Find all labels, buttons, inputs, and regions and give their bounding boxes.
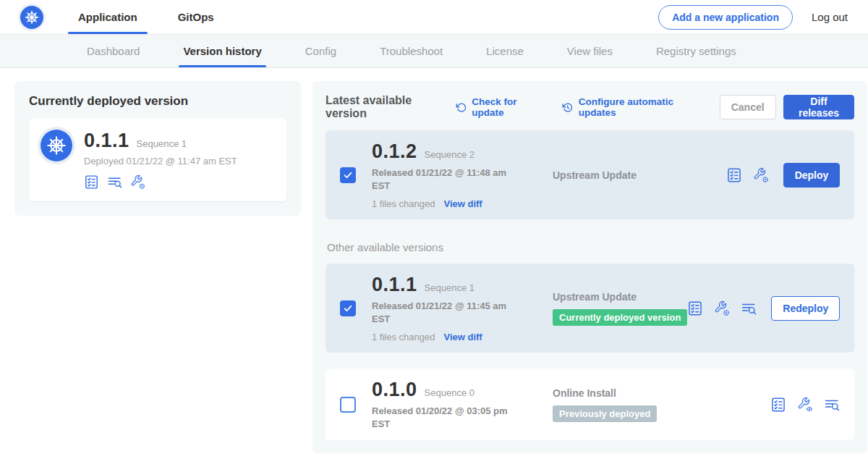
released-timestamp: Released 01/21/22 @ 11:48 am EST: [372, 167, 513, 192]
subnav-tab-view-files[interactable]: View files: [567, 35, 613, 67]
sequence-label: Sequence 0: [425, 387, 475, 398]
wrench-eye-icon[interactable]: [797, 397, 813, 413]
subnav-tab-config[interactable]: Config: [305, 35, 336, 67]
wrench-gear-icon[interactable]: [130, 174, 145, 190]
version-actions: Redeploy: [687, 296, 840, 321]
currently-deployed-panel: Currently deployed version 0.1.1 Sequenc…: [14, 81, 301, 216]
file-search-icon[interactable]: [741, 300, 757, 316]
files-changed-label: 1 files changed: [372, 198, 435, 209]
checklist-icon[interactable]: [770, 397, 786, 413]
version-card-0-1-2: 0.1.2 Sequence 2 Released 01/21/22 @ 11:…: [326, 130, 854, 219]
file-search-icon[interactable]: [824, 397, 840, 413]
check-for-update-link[interactable]: Check for update: [456, 96, 545, 118]
deployed-version-details: 0.1.1 Sequence 1 Deployed 01/21/22 @ 11:…: [84, 130, 237, 190]
nav-tab-application[interactable]: Application: [74, 0, 142, 34]
sequence-label: Sequence 2: [425, 149, 475, 160]
nav-tab-gitops[interactable]: GitOps: [174, 0, 218, 34]
check-icon: [343, 303, 353, 313]
view-diff-link[interactable]: View diff: [443, 332, 482, 342]
kubernetes-logo-icon: [20, 6, 43, 29]
source-label: Upstream Update: [553, 291, 637, 303]
redeploy-button[interactable]: Redeploy: [771, 296, 840, 321]
deployed-version-number: 0.1.1: [84, 130, 129, 152]
version-actions: [770, 397, 840, 413]
main-content: Currently deployed version 0.1.1 Sequenc…: [0, 68, 868, 453]
subnav-tab-registry-settings[interactable]: Registry settings: [656, 35, 736, 67]
subnav-tab-version-history[interactable]: Version history: [183, 35, 261, 67]
version-number: 0.1.2: [372, 140, 417, 163]
source-label: Online Install: [553, 387, 616, 399]
latest-available-panel: Latest available version Check for updat…: [312, 81, 867, 453]
refresh-icon: [456, 101, 467, 114]
diff-releases-button[interactable]: Diff releases: [783, 95, 855, 119]
version-checkbox[interactable]: [340, 397, 356, 413]
other-versions-title: Other available versions: [327, 241, 854, 253]
version-number: 0.1.0: [372, 379, 417, 401]
released-timestamp: Released 01/21/22 @ 11:45 am EST: [372, 300, 513, 325]
version-card-0-1-0: 0.1.0 Sequence 0 Released 01/20/22 @ 03:…: [326, 369, 854, 440]
version-card-0-1-1: 0.1.1 Sequence 1 Released 01/21/22 @ 11:…: [326, 264, 854, 353]
brand: [20, 0, 43, 34]
version-info: 0.1.2 Sequence 2 Released 01/21/22 @ 11:…: [372, 140, 516, 209]
deploy-button[interactable]: Deploy: [783, 163, 841, 188]
version-checkbox[interactable]: [340, 167, 356, 183]
subnav-tab-license[interactable]: License: [486, 35, 524, 67]
subnav-tab-troubleshoot[interactable]: Troubleshoot: [380, 35, 443, 67]
configure-updates-link[interactable]: Configure automatic updates: [562, 96, 702, 118]
released-timestamp: Released 01/20/22 @ 03:05 pm EST: [372, 405, 513, 430]
top-nav-right: Add a new application Log out: [658, 0, 848, 34]
checklist-icon[interactable]: [687, 300, 703, 316]
check-icon: [343, 170, 353, 180]
wrench-gear-icon[interactable]: [753, 167, 769, 183]
wrench-gear-icon[interactable]: [714, 300, 730, 316]
view-diff-link[interactable]: View diff: [443, 198, 482, 209]
clock-refresh-icon: [562, 101, 574, 114]
top-nav: Application GitOps Add a new application…: [0, 0, 868, 35]
subnav-tab-dashboard[interactable]: Dashboard: [87, 35, 140, 67]
top-tabs: Application GitOps: [74, 0, 218, 34]
currently-deployed-badge: Currently deployed version: [553, 309, 687, 326]
version-info: 0.1.0 Sequence 0 Released 01/20/22 @ 03:…: [372, 379, 516, 430]
app-kubernetes-icon: [41, 130, 72, 161]
version-info: 0.1.1 Sequence 1 Released 01/21/22 @ 11:…: [372, 274, 516, 342]
sub-nav: Dashboard Version history Config Trouble…: [0, 35, 868, 68]
checklist-icon[interactable]: [84, 174, 99, 190]
deployed-version-card: 0.1.1 Sequence 1 Deployed 01/21/22 @ 11:…: [29, 118, 286, 201]
deployed-timestamp: Deployed 01/21/22 @ 11:47 am EST: [84, 156, 237, 167]
version-source: Upstream Update Currently deployed versi…: [516, 291, 687, 326]
latest-panel-title: Latest available version: [326, 94, 446, 120]
cancel-button[interactable]: Cancel: [720, 95, 776, 119]
checklist-icon[interactable]: [726, 167, 742, 183]
deployed-sequence-label: Sequence 1: [137, 138, 187, 149]
deployed-panel-title: Currently deployed version: [29, 94, 286, 109]
sequence-label: Sequence 1: [425, 282, 475, 293]
add-application-button[interactable]: Add a new application: [658, 5, 793, 30]
source-label: Upstream Update: [553, 169, 637, 181]
logout-button[interactable]: Log out: [812, 11, 848, 23]
files-changed-label: 1 files changed: [372, 332, 435, 342]
latest-header: Latest available version Check for updat…: [326, 94, 854, 120]
previously-deployed-badge: Previously deployed: [553, 405, 657, 422]
version-source: Online Install Previously deployed: [516, 387, 770, 422]
file-search-icon[interactable]: [107, 174, 122, 190]
version-number: 0.1.1: [372, 274, 417, 296]
version-source: Upstream Update: [516, 169, 726, 181]
version-checkbox[interactable]: [340, 300, 356, 316]
version-actions: Deploy: [726, 163, 841, 188]
